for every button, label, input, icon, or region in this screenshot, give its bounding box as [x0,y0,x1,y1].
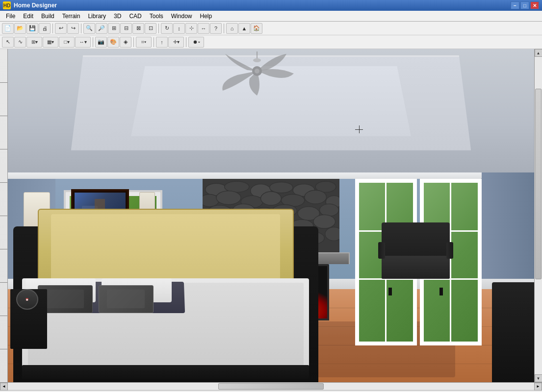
tb2-sep4 [186,37,186,47]
menu-edit[interactable]: Edit [19,11,37,21]
room-render: ⏰ [8,49,534,382]
scrollbar-right: ▲ ▼ [534,49,542,382]
ref-button[interactable]: ⊹ [185,23,197,34]
menu-library[interactable]: Library [84,11,110,21]
move-button[interactable]: ↕ [173,23,185,34]
menu-terrain[interactable]: Terrain [58,11,84,21]
svg-point-4 [253,58,261,62]
status-bar [0,390,542,392]
scrollbar-bottom: ◄ ► [0,382,542,390]
menu-cad[interactable]: CAD [125,11,145,21]
bed [13,209,318,382]
svg-point-2 [255,69,259,74]
curve-tool[interactable]: ∿ [14,37,26,48]
chair-bottom-right [492,282,534,382]
zoom-fit-button[interactable]: ⊞ [108,23,120,34]
tb1-sep3 [158,24,159,33]
right-wall [476,172,534,289]
ceiling [8,49,534,175]
menu-window[interactable]: Window [167,11,196,21]
app-title: Home Designer [14,2,511,9]
move-tool[interactable]: ✛▾ [168,37,184,48]
menu-3d[interactable]: 3D [110,11,125,21]
room-tool[interactable]: □▾ [59,37,75,48]
house-button1[interactable]: ⌂ [226,23,238,34]
house-button2[interactable]: ▲ [238,23,250,34]
crown-molding-back [55,172,482,179]
nightstand-left: ⏰ [10,289,47,349]
tb2-sep3 [154,37,154,47]
menu-file[interactable]: File [2,11,19,21]
tb2-sep2 [133,37,134,47]
crown-molding-left [8,172,66,179]
scroll-right-button[interactable]: ► [534,383,542,391]
svg-point-35 [325,227,339,241]
save-button[interactable]: 💾 [26,23,38,34]
pan-button[interactable]: ⊡ [145,23,156,34]
main-area: ⏰ ▲ ▼ [0,49,542,382]
scroll-track-bottom[interactable] [8,383,534,390]
tb1-sep2 [81,24,81,33]
wall-tool[interactable]: ⊞▾ [26,37,42,48]
menu-help[interactable]: Help [196,11,216,21]
zoom-in-button[interactable]: 🔍 [83,23,95,34]
cabinet-tool[interactable]: ▦▾ [43,37,58,48]
menu-bar: File Edit Build Terrain Library 3D CAD T… [0,11,542,22]
help-button[interactable]: ? [210,23,222,34]
zoom-out-button[interactable]: 🔎 [96,23,107,34]
scroll-left-button[interactable]: ◄ [0,383,8,391]
svg-point-23 [320,204,339,216]
dimension-tool[interactable]: ↔▾ [75,37,91,48]
house-button3[interactable]: 🏠 [251,23,262,34]
toolbar2: ↖ ∿ ⊞▾ ▦▾ □▾ ↔▾ 📷 🎨 ◈ ⌗▾ ↑ ✛▾ ⏺▾ [0,35,542,49]
close-button[interactable]: ✕ [530,1,539,9]
svg-point-14 [261,192,282,205]
minimize-button[interactable]: − [511,1,519,9]
material-tool[interactable]: ◈ [120,37,131,48]
record-button[interactable]: ⏺▾ [188,37,204,48]
camera-tool[interactable]: 📷 [95,37,107,48]
menu-tools[interactable]: Tools [146,11,167,21]
window-controls: − □ ✕ [511,1,539,9]
undo-button[interactable]: ↩ [55,23,67,34]
rotate-button[interactable]: ↻ [161,23,173,34]
scroll-track-right[interactable] [535,57,542,374]
redo-button[interactable]: ↪ [67,23,79,34]
svg-point-8 [270,182,293,193]
tb1-sep1 [52,24,53,33]
svg-point-16 [305,190,327,204]
ruler-left [0,49,8,382]
arrow-up-tool[interactable]: ↑ [156,37,168,48]
print-button[interactable]: 🖨 [39,23,51,34]
cursor-crosshair [355,125,363,133]
app-icon: HD [3,1,11,9]
zoom-actual-button[interactable]: ⊠ [132,23,144,34]
maximize-button[interactable]: □ [520,1,529,9]
zoom-window-button[interactable]: ⊟ [120,23,132,34]
svg-point-12 [216,191,241,205]
title-bar: HD Home Designer − □ ✕ [0,0,542,11]
scroll-thumb-right[interactable] [535,89,542,279]
open-button[interactable]: 📂 [14,23,26,34]
tb1-sep4 [224,24,224,33]
new-button[interactable]: 📄 [2,23,14,34]
toolbar1: 📄 📂 💾 🖨 ↩ ↪ 🔍 🔎 ⊞ ⊟ ⊠ ⊡ ↻ ↕ ⊹ ↔ ? ⌂ ▲ 🏠 [0,22,542,35]
menu-build[interactable]: Build [37,11,58,21]
scroll-thumb-bottom[interactable] [218,383,324,390]
canvas-area[interactable]: ⏰ [8,49,534,382]
scroll-down-button[interactable]: ▼ [535,374,542,382]
tb2-sep1 [93,37,93,47]
scroll-up-button[interactable]: ▲ [535,49,542,57]
measure-button[interactable]: ↔ [198,23,209,34]
stair-tool[interactable]: ⌗▾ [136,37,152,48]
armchair [382,222,450,289]
select-tool[interactable]: ↖ [2,37,14,48]
color-tool[interactable]: 🎨 [107,37,119,48]
